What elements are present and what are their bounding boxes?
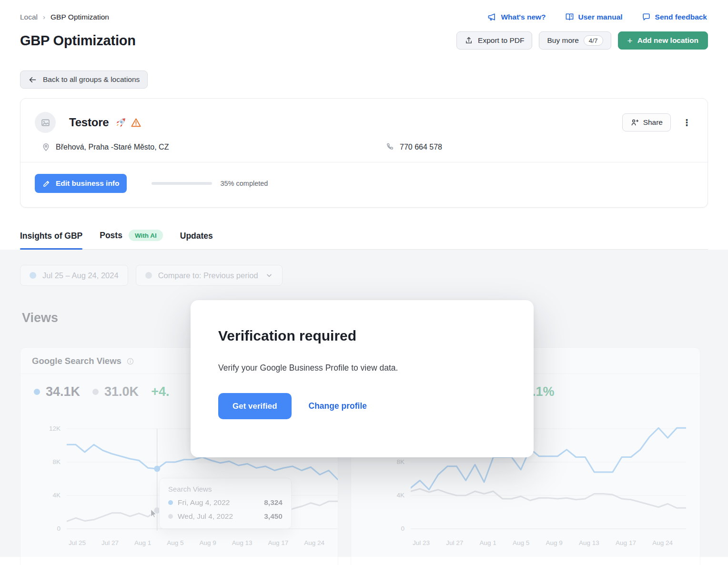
x-axis-labels: Jul 23Jul 27Aug 1Aug 5Aug 9Aug 13Aug 17A… [411, 539, 686, 546]
warning-icon[interactable] [131, 117, 142, 128]
rocket-icon [115, 117, 126, 128]
business-avatar [35, 112, 56, 133]
modal-body: Verify your Google Business Profile to v… [218, 363, 506, 373]
arrow-left-icon [28, 75, 37, 84]
tab-insights-of-gbp[interactable]: Insights of GBP [20, 231, 82, 249]
change-profile-link[interactable]: Change profile [309, 401, 367, 411]
book-icon [565, 12, 574, 21]
current-period-dot [30, 272, 36, 279]
megaphone-icon [487, 12, 496, 21]
help-links: What's new? User manual Send feedback [487, 12, 707, 21]
verification-modal: Verification required Verify your Google… [191, 300, 534, 457]
image-placeholder-icon [40, 118, 51, 128]
back-to-groups-button[interactable]: Back to all groups & locations [20, 71, 148, 89]
search-views-change-value: +4. [151, 384, 169, 399]
page-title: GBP Optimization [20, 33, 136, 49]
date-range-picker[interactable]: Jul 25 – Aug 24, 2024 [20, 265, 128, 286]
pencil-icon [42, 179, 51, 188]
locations-count-badge: 4/7 [584, 35, 603, 46]
search-views-current-value: 34.1K [46, 384, 80, 399]
export-pdf-button[interactable]: Export to PDF [456, 31, 532, 50]
tab-posts[interactable]: Posts With AI [100, 230, 163, 249]
tooltip-title: Search Views [168, 485, 283, 493]
previous-period-dot [145, 272, 152, 279]
tooltip-current-dot [168, 500, 173, 505]
progress-bar [152, 182, 212, 185]
tab-updates[interactable]: Updates [180, 231, 213, 249]
header-actions: Export to PDF Buy more 4/7 + Add new loc… [456, 31, 708, 50]
send-feedback-link[interactable]: Send feedback [642, 12, 707, 21]
x-axis-labels: Jul 25Jul 27Aug 1Aug 5Aug 9Aug 13Aug 17A… [67, 539, 338, 546]
chevron-down-icon [265, 272, 273, 279]
breadcrumb: Local › GBP Optimization [20, 13, 109, 21]
mouse-cursor [150, 509, 158, 519]
buy-more-button[interactable]: Buy more 4/7 [539, 31, 611, 50]
chat-icon [642, 12, 651, 21]
previous-value-dot [92, 389, 99, 395]
card-title: Google Search Views [32, 356, 121, 366]
whats-new-link[interactable]: What's new? [487, 12, 546, 21]
business-card: Testore [20, 98, 708, 208]
location-pin-icon [41, 142, 51, 151]
with-ai-badge: With AI [129, 230, 163, 241]
tooltip-row: Wed, Jul 4, 2022 3,450 [168, 512, 283, 521]
plus-icon: + [627, 36, 633, 45]
business-phone: 770 664 578 [385, 142, 442, 151]
progress-label: 35% completed [220, 180, 268, 187]
edit-business-info-button[interactable]: Edit business info [35, 174, 127, 193]
search-views-previous-value: 31.0K [104, 384, 139, 399]
business-address: Břehová, Praha -Staré Město, CZ [41, 142, 385, 151]
tooltip-row: Fri, Aug 4, 2022 8,324 [168, 498, 283, 507]
breadcrumb-local[interactable]: Local [20, 13, 38, 21]
export-icon [465, 36, 473, 45]
person-add-icon [630, 118, 639, 127]
filters: Jul 25 – Aug 24, 2024 Compare to: Previo… [20, 265, 708, 286]
topbar: Local › GBP Optimization What's new? Use… [0, 0, 728, 21]
title-row: GBP Optimization Export to PDF Buy more … [0, 21, 728, 50]
add-new-location-button[interactable]: + Add new location [618, 31, 708, 50]
tooltip-previous-dot [168, 514, 173, 519]
share-button[interactable]: Share [622, 113, 671, 131]
current-value-dot [34, 389, 40, 395]
compare-period-select[interactable]: Compare to: Previous period [136, 265, 283, 286]
y-axis-labels: 12K8K4K0 [20, 427, 61, 532]
gbp-optimization-page: Local › GBP Optimization What's new? Use… [0, 0, 728, 557]
breadcrumb-current: GBP Optimization [51, 13, 109, 21]
get-verified-button[interactable]: Get verified [218, 393, 292, 419]
chevron-right-icon: › [43, 13, 45, 21]
business-badges [115, 117, 142, 128]
profile-completion: 35% completed [152, 180, 268, 187]
chart-tooltip: Search Views Fri, Aug 4, 2022 8,324 Wed,… [159, 478, 292, 529]
user-manual-link[interactable]: User manual [565, 12, 623, 21]
kebab-menu-icon[interactable]: ⋮ [679, 116, 694, 129]
modal-title: Verification required [218, 328, 506, 344]
business-name: Testore [69, 116, 109, 129]
tabs: Insights of GBP Posts With AI Updates [20, 230, 708, 250]
info-icon[interactable] [126, 357, 134, 365]
phone-icon [385, 142, 394, 151]
maps-views-change-value: .1% [532, 384, 555, 399]
